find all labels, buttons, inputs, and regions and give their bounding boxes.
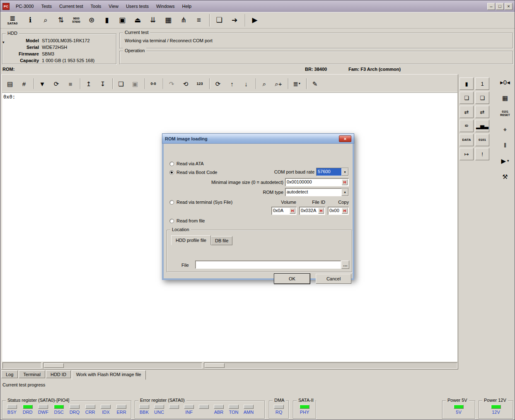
menu-pc3000[interactable]: PC-3000: [12, 2, 37, 10]
window-close-button[interactable]: ×: [505, 3, 513, 10]
tab-db-file[interactable]: DB file: [211, 236, 232, 245]
menu-help[interactable]: Help: [179, 2, 196, 10]
side-transfer-out-button[interactable]: ⇄: [475, 106, 489, 118]
rom-sync-button[interactable]: ⟲: [179, 77, 192, 90]
side-binary-button[interactable]: 0101: [475, 134, 489, 146]
power-run-button[interactable]: ▶ ▾: [499, 155, 511, 166]
search-button[interactable]: ⌕: [39, 14, 53, 27]
hex-toggle-icon[interactable]: H: [342, 208, 348, 214]
menu-users-tests[interactable]: Users tests: [122, 2, 152, 10]
side-alert-button[interactable]: !: [475, 148, 489, 160]
radio-button-icon[interactable]: [169, 170, 174, 175]
tab-log[interactable]: Log: [1, 370, 18, 378]
pause-button[interactable]: ‖: [499, 140, 511, 150]
ascii-horizontal-scrollbar[interactable]: [204, 362, 457, 369]
side-transfer-in-button[interactable]: ⇄: [459, 106, 474, 118]
hex-toggle-icon[interactable]: H: [342, 179, 348, 185]
volume-field[interactable]: 0x0A H: [271, 207, 297, 215]
menu-tests[interactable]: Tests: [37, 2, 56, 10]
exit-test-button[interactable]: ➔: [227, 14, 242, 27]
rom-refresh-button[interactable]: ⟳: [50, 77, 63, 90]
rom-page-up-button[interactable]: ↑: [226, 77, 238, 90]
pin-test-button[interactable]: ⌖: [499, 124, 511, 135]
chevron-down-icon[interactable]: ▾: [507, 159, 509, 163]
rom-resize-button[interactable]: 0-0: [147, 77, 160, 90]
cancel-button[interactable]: Cancel: [316, 274, 351, 284]
rom-copy-button[interactable]: ❏: [115, 77, 127, 90]
reset-button[interactable]: 0101 RESET: [499, 108, 511, 119]
rom-find-next-button[interactable]: ⌕+: [272, 77, 285, 90]
eject-button[interactable]: ⏏: [131, 14, 145, 27]
hdd-collapse-caret-icon[interactable]: ▾: [2, 40, 5, 44]
baud-rate-combo[interactable]: 57600 ▾: [316, 168, 349, 176]
start-test-button[interactable]: ▶: [248, 14, 262, 27]
tab-flash-rom-image[interactable]: Work with Flash ROM image file: [72, 370, 146, 380]
dialog-titlebar[interactable]: ROM image loading ×: [162, 133, 354, 144]
radio-read-via-terminal[interactable]: Read via terminal (Sys File): [169, 200, 232, 205]
rom-open-button[interactable]: ▤: [4, 77, 16, 90]
rom-edit-button[interactable]: ✎: [309, 77, 321, 90]
side-load-rom-button[interactable]: ❏: [459, 92, 474, 104]
hex-toggle-icon[interactable]: H: [318, 208, 324, 214]
side-id-button[interactable]: ID: [459, 120, 474, 132]
side-chart-button[interactable]: ▂▅▃: [475, 120, 489, 132]
baud-rate-button[interactable]: 9600 57600: [69, 14, 83, 27]
side-chip-button[interactable]: ▮: [459, 77, 474, 90]
sata-port-button[interactable]: ≣ SATA0: [3, 14, 22, 27]
ok-button[interactable]: OK: [274, 274, 310, 284]
radio-read-via-boot-code[interactable]: Read via Boot Code: [169, 170, 217, 175]
menu-windows[interactable]: Windows: [152, 2, 179, 10]
rom-address-button[interactable]: #: [18, 77, 30, 90]
report-button[interactable]: ≡: [192, 14, 206, 27]
radio-button-icon[interactable]: [169, 162, 174, 166]
menu-tools[interactable]: Tools: [87, 2, 105, 10]
radio-button-icon[interactable]: [169, 200, 174, 205]
utility-info-button[interactable]: ℹ: [23, 14, 37, 27]
menu-view[interactable]: View: [105, 2, 122, 10]
side-save-rom-button[interactable]: ❏: [475, 92, 489, 104]
port-exchange-button[interactable]: ⇅: [54, 14, 68, 27]
combo-dropdown-icon[interactable]: ▾: [341, 168, 348, 176]
combo-dropdown-icon[interactable]: ▾: [341, 188, 348, 196]
tab-hdd-profile-file[interactable]: HDD profile file: [171, 235, 211, 245]
side-data-button[interactable]: DATA: [459, 134, 474, 146]
hex-toggle-icon[interactable]: H: [290, 208, 295, 214]
rom-script-button[interactable]: ≣ ▾: [290, 77, 303, 90]
radio-read-from-file[interactable]: Read from file: [169, 218, 205, 223]
data-filter-button[interactable]: ⇊: [146, 14, 160, 27]
file-id-field[interactable]: 0x032A H: [299, 207, 325, 215]
tab-terminal[interactable]: Terminal: [19, 370, 45, 378]
minimize-button[interactable]: –: [487, 3, 495, 10]
rom-find-button[interactable]: ⌕: [258, 77, 271, 90]
rom-stop-button[interactable]: ■: [64, 77, 77, 90]
radio-button-icon[interactable]: [169, 219, 174, 223]
side-export-button[interactable]: ↦: [459, 148, 474, 160]
radio-read-via-ata[interactable]: Read via ATA: [169, 161, 204, 166]
dialog-close-button[interactable]: ×: [339, 135, 351, 142]
tools-button[interactable]: ⚒: [499, 171, 511, 182]
tab-hdd-id[interactable]: HDD ID: [46, 370, 71, 378]
menu-current-test[interactable]: Current test: [56, 2, 87, 10]
chip-mode-button[interactable]: ▦: [499, 92, 511, 103]
rom-goto-button[interactable]: ↷: [165, 77, 178, 90]
hex-pane-scrollbar[interactable]: [2, 362, 41, 369]
rom-chip-button[interactable]: ▮: [100, 14, 114, 27]
restore-button[interactable]: □: [496, 3, 504, 10]
table-view-button[interactable]: ▦: [161, 14, 175, 27]
hex-horizontal-scrollbar[interactable]: [43, 362, 202, 369]
scrollbar-thumb[interactable]: [44, 363, 64, 368]
rom-123-button[interactable]: 123: [193, 77, 206, 90]
rom-read-chip-button[interactable]: ↥: [82, 77, 95, 90]
structure-button[interactable]: ⋔: [177, 14, 191, 27]
file-path-input[interactable]: [195, 261, 341, 269]
web-update-button[interactable]: ⊛: [85, 14, 99, 27]
rom-paste-button[interactable]: ▣: [129, 77, 141, 90]
copy-button[interactable]: ❏: [212, 14, 226, 27]
browse-button[interactable]: …: [341, 261, 349, 269]
rom-page-down-button[interactable]: ↓: [240, 77, 252, 90]
probe-button[interactable]: ▸0◂: [499, 77, 511, 87]
rom-write-chip-button[interactable]: ↧: [97, 77, 109, 90]
resources-button[interactable]: ▣: [115, 14, 129, 27]
rom-load-button[interactable]: ⟳: [212, 77, 224, 90]
copy-field[interactable]: 0x00 H: [328, 207, 349, 215]
